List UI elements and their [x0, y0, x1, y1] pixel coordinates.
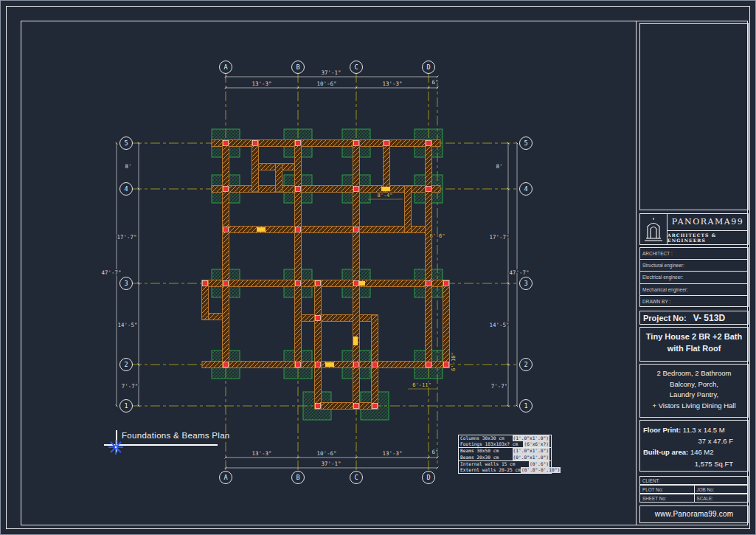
built-up-imperial: 1,575 Sq.FT — [643, 458, 745, 469]
notes-row: Beams 20x30 cm(0'.8"x1'.0") — [459, 455, 551, 460]
project-title-box: Tiny House 2 BR +2 Bath with Flat Roof — [639, 327, 749, 362]
floor-print-metric: 11.3 x 14.5 M — [683, 426, 725, 434]
field-mechanical-engineer: Mechanical engineer: — [640, 283, 748, 295]
svg-text:C: C — [354, 63, 358, 71]
description-line: 2 Bedroom, 2 Bathroom — [640, 368, 748, 379]
grid-bubble-4-right: 4 — [520, 183, 533, 196]
svg-text:1: 1 — [124, 402, 128, 410]
notes-row: Externl walls 20-25 cm(0'.8"-0'.10") — [459, 467, 551, 473]
grid-bubble-3-left: 3 — [120, 277, 133, 290]
description-line: Balcony, Porch, — [640, 379, 748, 390]
grid-bubble-2-left: 2 — [120, 359, 133, 371]
grid-bubble-5-right: 5 — [520, 137, 533, 150]
drawing-sheet: 37'-1" 13'-3" 10'-6" 13'-3" 6" 13'-3" 10… — [0, 0, 756, 535]
dim-label: 47'-7" — [101, 269, 121, 276]
dim-label: 37'-1" — [321, 460, 341, 467]
grid-bubble-c-top: C — [350, 61, 363, 74]
notes-row: Beams 30x50 cm(1'.0"x1'.8") — [459, 447, 551, 454]
project-title-line1: Tiny House 2 BR +2 Bath — [640, 331, 748, 343]
grid-bubble-d-bottom: D — [423, 472, 435, 484]
project-number-value: V- 513D — [693, 313, 725, 323]
dim-label: 8' — [496, 163, 502, 170]
notes-table: Columns 30x30 cm(1'.0"x1'.0") Footings 1… — [458, 435, 552, 474]
notes-row: Internal walls 15 cm(0'.6") — [459, 460, 551, 467]
scale-label: SCALE: — [694, 494, 749, 502]
field-drawn-by: DRAWN BY : — [640, 295, 748, 307]
grid-bubble-b-top: B — [292, 61, 305, 74]
grid-bubble-1-right: 1 — [520, 400, 533, 413]
grid-bubble-a-top: A — [220, 61, 232, 74]
dim-label: 14'-5" — [489, 322, 509, 328]
company-name: PANORAMA99 — [667, 214, 748, 231]
grid-bubble-1-left: 1 — [120, 400, 133, 413]
svg-text:5: 5 — [124, 139, 128, 147]
title-block-empty-panel — [639, 23, 749, 210]
dim-label: 13'-3" — [382, 450, 402, 457]
svg-text:A: A — [223, 63, 227, 71]
grid-bubble-3-right: 3 — [520, 277, 533, 290]
dim-label: 7'-7" — [491, 383, 508, 390]
svg-text:2: 2 — [524, 361, 527, 368]
svg-text:C: C — [354, 474, 358, 481]
dim-label: 6'-11" — [412, 382, 431, 388]
project-number-row: Project No: V- 513D — [639, 311, 749, 325]
dim-label: 13'-3" — [252, 450, 271, 457]
grid-bubble-c-bottom: C — [350, 472, 363, 484]
dim-label: 6'-10" — [451, 352, 457, 370]
svg-text:A: A — [223, 474, 227, 481]
grid-bubble-4-left: 4 — [120, 183, 133, 196]
svg-text:B: B — [296, 63, 299, 71]
svg-text:D: D — [426, 63, 430, 71]
dim-label: 6" — [431, 449, 438, 455]
project-number-label: Project No: — [643, 314, 687, 322]
floor-print-label: Floor Print: — [643, 426, 681, 434]
grid-bubble-2-right: 2 — [520, 359, 533, 371]
grid-bubbles: A B C D A B C D 5 4 3 2 1 5 4 3 2 1 — [120, 61, 533, 484]
plot-job-row: PLOT No: JOB No: — [639, 485, 749, 494]
plot-label: PLOT No: — [640, 486, 694, 493]
dim-label: 6'-6" — [429, 233, 445, 239]
notes-row: Columns 30x30 cm(1'.0"x1'.0") — [459, 435, 551, 441]
grid-bubble-b-bottom: B — [292, 472, 305, 484]
project-description: 2 Bedroom, 2 Bathroom Balcony, Porch, La… — [639, 364, 749, 418]
company-tagline: ARCHITECTS & ENGINEERS — [667, 231, 748, 244]
field-architect: ARCHITECT : — [640, 248, 748, 259]
svg-text:B: B — [296, 474, 299, 481]
plan-title: Foundations & Beams Plan — [122, 431, 230, 440]
field-structural-engineer: Structural engineer: — [640, 259, 748, 271]
grid-bubble-a-bottom: A — [220, 472, 232, 484]
notes-row: Footings 183x183x? cm(6'x6'x?) — [459, 441, 551, 447]
grid-bubble-d-top: D — [423, 61, 435, 74]
sheet-label: SHEET No: — [640, 494, 694, 502]
dim-label: 8' — [125, 163, 131, 170]
engineer-fields: ARCHITECT : Structural engineer: Electri… — [639, 247, 749, 307]
dim-label: 10'-6" — [316, 450, 336, 457]
svg-text:1: 1 — [524, 402, 527, 410]
description-line: Laundry Pantry, — [640, 390, 748, 401]
company-logo — [640, 214, 667, 244]
svg-text:2: 2 — [124, 361, 128, 368]
svg-text:5: 5 — [524, 139, 527, 147]
dim-label: 10'-6" — [316, 80, 336, 87]
sheet-scale-row: SHEET No: SCALE: — [639, 494, 749, 503]
svg-text:4: 4 — [524, 185, 527, 193]
area-summary: Floor Print: 11.3 x 14.5 M 37 x 47.6 F B… — [639, 420, 749, 472]
dim-label: 14'-5" — [117, 322, 137, 328]
built-up-metric: 146 M2 — [690, 448, 714, 456]
svg-text:D: D — [426, 474, 430, 481]
dim-label: 17'-7" — [489, 234, 509, 241]
dim-label: 13'-3" — [382, 80, 402, 87]
dim-label: 8'-4" — [377, 193, 392, 199]
website: www.Panorama99.com — [639, 505, 749, 523]
company-header: PANORAMA99 ARCHITECTS & ENGINEERS — [639, 213, 749, 245]
svg-text:4: 4 — [124, 185, 128, 193]
dim-label: 37'-1" — [321, 69, 341, 76]
dim-label: 47'-7" — [509, 269, 529, 276]
arch-monument-icon — [642, 216, 665, 243]
field-electrical-engineer: Electrical engineer: — [640, 271, 748, 283]
dim-label: 13'-3" — [252, 80, 271, 87]
dim-label: 7'-7" — [122, 383, 139, 390]
footings — [212, 129, 443, 420]
built-up-label: Built-up area: — [643, 448, 688, 456]
dim-label: 6" — [431, 79, 438, 86]
